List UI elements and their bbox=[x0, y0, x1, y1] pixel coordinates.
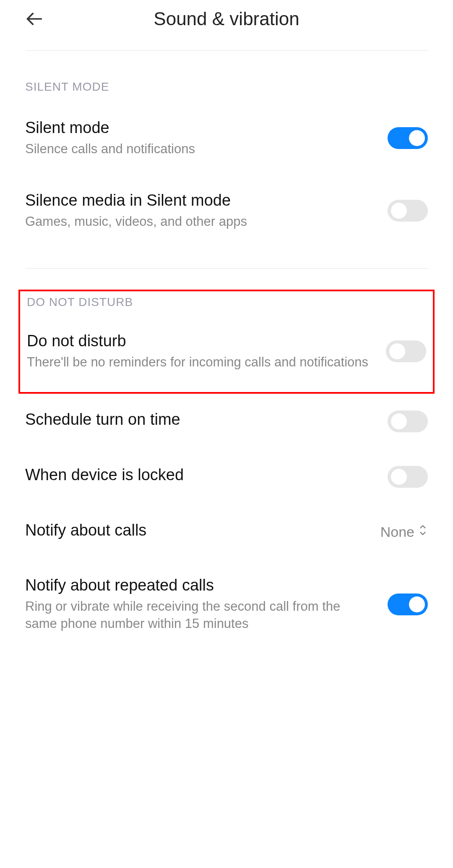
notify-calls-value-container: None bbox=[380, 523, 428, 540]
dnd-section-header: DO NOT DISTURB bbox=[20, 291, 433, 317]
notify-calls-title: Notify about calls bbox=[25, 521, 364, 539]
notify-calls-text: Notify about calls bbox=[25, 521, 380, 543]
notify-calls-row[interactable]: Notify about calls None bbox=[0, 505, 453, 559]
toggle-knob bbox=[391, 203, 407, 219]
toggle-knob bbox=[409, 596, 425, 612]
do-not-disturb-title: Do not disturb bbox=[27, 332, 369, 350]
silence-media-subtitle: Games, music, videos, and other apps bbox=[25, 213, 371, 230]
locked-title: When device is locked bbox=[25, 466, 371, 484]
silence-media-text: Silence media in Silent mode Games, musi… bbox=[25, 191, 388, 230]
locked-toggle[interactable] bbox=[388, 466, 428, 488]
schedule-text: Schedule turn on time bbox=[25, 410, 388, 432]
chevron-updown-icon bbox=[418, 523, 428, 540]
silent-mode-text: Silent mode Silence calls and notificati… bbox=[25, 119, 388, 158]
silent-mode-subtitle: Silence calls and notifications bbox=[25, 140, 371, 158]
silent-mode-toggle[interactable] bbox=[388, 127, 428, 149]
silence-media-row[interactable]: Silence media in Silent mode Games, musi… bbox=[0, 175, 453, 247]
schedule-row[interactable]: Schedule turn on time bbox=[0, 394, 453, 449]
notify-calls-value: None bbox=[380, 524, 414, 540]
back-button[interactable] bbox=[25, 10, 44, 28]
repeated-calls-toggle[interactable] bbox=[388, 593, 428, 615]
silent-mode-row[interactable]: Silent mode Silence calls and notificati… bbox=[0, 102, 453, 175]
repeated-calls-text: Notify about repeated calls Ring or vibr… bbox=[25, 576, 388, 633]
do-not-disturb-toggle[interactable] bbox=[386, 340, 426, 362]
silent-mode-section-header: SILENT MODE bbox=[0, 51, 453, 102]
arrow-left-icon bbox=[25, 10, 44, 28]
silence-media-title: Silence media in Silent mode bbox=[25, 191, 371, 209]
dnd-highlight-box: DO NOT DISTURB Do not disturb There'll b… bbox=[18, 290, 435, 394]
toggle-knob bbox=[391, 413, 407, 429]
toggle-knob bbox=[391, 469, 407, 485]
repeated-calls-title: Notify about repeated calls bbox=[25, 576, 371, 594]
locked-row[interactable]: When device is locked bbox=[0, 449, 453, 505]
repeated-calls-subtitle: Ring or vibrate while receiving the seco… bbox=[25, 598, 371, 633]
header-bar: Sound & vibration bbox=[0, 0, 453, 42]
toggle-knob bbox=[389, 343, 405, 359]
do-not-disturb-subtitle: There'll be no reminders for incoming ca… bbox=[27, 353, 369, 371]
schedule-toggle[interactable] bbox=[388, 410, 428, 432]
do-not-disturb-text: Do not disturb There'll be no reminders … bbox=[27, 332, 386, 371]
do-not-disturb-row[interactable]: Do not disturb There'll be no reminders … bbox=[20, 317, 433, 392]
page-title: Sound & vibration bbox=[25, 8, 428, 29]
schedule-title: Schedule turn on time bbox=[25, 410, 371, 429]
toggle-knob bbox=[409, 130, 425, 146]
silence-media-toggle[interactable] bbox=[388, 200, 428, 222]
repeated-calls-row[interactable]: Notify about repeated calls Ring or vibr… bbox=[0, 559, 453, 650]
silent-mode-title: Silent mode bbox=[25, 119, 371, 137]
locked-text: When device is locked bbox=[25, 466, 388, 487]
